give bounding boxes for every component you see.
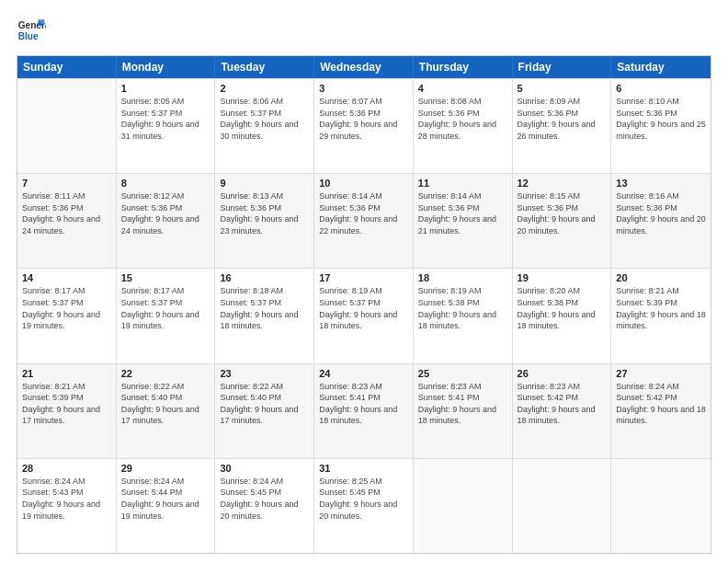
day-info: Sunrise: 8:19 AM Sunset: 5:38 PM Dayligh… [418, 285, 507, 331]
day-number: 13 [616, 178, 706, 189]
day-number: 3 [319, 83, 408, 94]
day-info: Sunrise: 8:16 AM Sunset: 5:36 PM Dayligh… [616, 190, 706, 236]
calendar-cell [17, 79, 117, 173]
day-info: Sunrise: 8:15 AM Sunset: 5:36 PM Dayligh… [518, 190, 607, 236]
day-info: Sunrise: 8:22 AM Sunset: 5:40 PM Dayligh… [220, 381, 309, 427]
day-number: 17 [319, 272, 408, 283]
day-info: Sunrise: 8:23 AM Sunset: 5:41 PM Dayligh… [418, 381, 507, 427]
calendar-cell: 22Sunrise: 8:22 AM Sunset: 5:40 PM Dayli… [117, 364, 216, 458]
calendar-cell: 26Sunrise: 8:23 AM Sunset: 5:42 PM Dayli… [513, 364, 612, 458]
calendar-cell: 13Sunrise: 8:16 AM Sunset: 5:36 PM Dayli… [611, 174, 711, 268]
calendar-cell: 17Sunrise: 8:19 AM Sunset: 5:37 PM Dayli… [314, 269, 414, 362]
calendar-cell: 4Sunrise: 8:08 AM Sunset: 5:36 PM Daylig… [414, 79, 513, 173]
day-info: Sunrise: 8:18 AM Sunset: 5:37 PM Dayligh… [220, 285, 309, 331]
calendar-cell: 18Sunrise: 8:19 AM Sunset: 5:38 PM Dayli… [414, 269, 513, 362]
calendar-cell: 2Sunrise: 8:06 AM Sunset: 5:37 PM Daylig… [215, 79, 314, 173]
day-info: Sunrise: 8:11 AM Sunset: 5:36 PM Dayligh… [22, 190, 111, 236]
day-number: 15 [121, 272, 210, 283]
day-info: Sunrise: 8:17 AM Sunset: 5:37 PM Dayligh… [22, 285, 111, 331]
day-number: 31 [319, 463, 408, 474]
day-number: 7 [22, 178, 111, 189]
day-info: Sunrise: 8:24 AM Sunset: 5:43 PM Dayligh… [22, 476, 111, 522]
day-number: 5 [518, 83, 607, 94]
day-info: Sunrise: 8:14 AM Sunset: 5:36 PM Dayligh… [319, 190, 408, 236]
day-number: 21 [22, 368, 111, 379]
day-info: Sunrise: 8:17 AM Sunset: 5:37 PM Dayligh… [121, 285, 210, 331]
calendar-cell: 27Sunrise: 8:24 AM Sunset: 5:42 PM Dayli… [611, 364, 711, 458]
calendar-cell [513, 459, 612, 553]
day-number: 6 [616, 83, 706, 94]
day-number: 23 [220, 368, 309, 379]
day-number: 12 [518, 178, 607, 189]
day-number: 24 [319, 368, 408, 379]
day-number: 9 [220, 178, 309, 189]
calendar-cell: 1Sunrise: 8:05 AM Sunset: 5:37 PM Daylig… [117, 79, 216, 173]
calendar-cell: 10Sunrise: 8:14 AM Sunset: 5:36 PM Dayli… [314, 174, 414, 268]
day-number: 16 [220, 272, 309, 283]
weekday-header: Friday [513, 56, 612, 78]
day-info: Sunrise: 8:24 AM Sunset: 5:42 PM Dayligh… [616, 381, 706, 427]
calendar-row: 28Sunrise: 8:24 AM Sunset: 5:43 PM Dayli… [17, 458, 711, 553]
day-number: 25 [418, 368, 507, 379]
weekday-header: Thursday [414, 56, 513, 78]
calendar-cell: 31Sunrise: 8:25 AM Sunset: 5:45 PM Dayli… [314, 459, 414, 553]
day-info: Sunrise: 8:21 AM Sunset: 5:39 PM Dayligh… [22, 381, 111, 427]
svg-text:Blue: Blue [18, 31, 39, 41]
calendar-cell: 30Sunrise: 8:24 AM Sunset: 5:45 PM Dayli… [215, 459, 314, 553]
day-info: Sunrise: 8:20 AM Sunset: 5:38 PM Dayligh… [518, 285, 607, 331]
logo: General Blue [17, 17, 46, 46]
calendar-row: 21Sunrise: 8:21 AM Sunset: 5:39 PM Dayli… [17, 363, 711, 458]
calendar-cell: 5Sunrise: 8:09 AM Sunset: 5:36 PM Daylig… [513, 79, 612, 173]
day-info: Sunrise: 8:06 AM Sunset: 5:37 PM Dayligh… [220, 96, 309, 142]
day-number: 19 [518, 272, 607, 283]
calendar-row: 14Sunrise: 8:17 AM Sunset: 5:37 PM Dayli… [17, 268, 711, 362]
weekday-header: Saturday [611, 56, 711, 78]
day-info: Sunrise: 8:05 AM Sunset: 5:37 PM Dayligh… [121, 96, 210, 142]
calendar-cell: 14Sunrise: 8:17 AM Sunset: 5:37 PM Dayli… [17, 269, 117, 362]
calendar-cell: 7Sunrise: 8:11 AM Sunset: 5:36 PM Daylig… [17, 174, 117, 268]
calendar-body: 1Sunrise: 8:05 AM Sunset: 5:37 PM Daylig… [17, 78, 711, 553]
day-number: 8 [121, 178, 210, 189]
day-number: 20 [616, 272, 706, 283]
day-info: Sunrise: 8:21 AM Sunset: 5:39 PM Dayligh… [616, 285, 706, 331]
calendar-cell: 9Sunrise: 8:13 AM Sunset: 5:36 PM Daylig… [215, 174, 314, 268]
day-number: 14 [22, 272, 111, 283]
day-info: Sunrise: 8:10 AM Sunset: 5:36 PM Dayligh… [616, 96, 706, 142]
day-number: 29 [121, 463, 210, 474]
day-info: Sunrise: 8:07 AM Sunset: 5:36 PM Dayligh… [319, 96, 408, 142]
day-info: Sunrise: 8:22 AM Sunset: 5:40 PM Dayligh… [121, 381, 210, 427]
header: General Blue [17, 17, 711, 46]
weekday-header: Monday [117, 56, 216, 78]
calendar-cell: 3Sunrise: 8:07 AM Sunset: 5:36 PM Daylig… [314, 79, 414, 173]
day-number: 26 [518, 368, 607, 379]
day-number: 11 [418, 178, 507, 189]
calendar-cell: 8Sunrise: 8:12 AM Sunset: 5:36 PM Daylig… [117, 174, 216, 268]
logo-icon: General Blue [17, 17, 46, 46]
calendar-cell: 21Sunrise: 8:21 AM Sunset: 5:39 PM Dayli… [17, 364, 117, 458]
page: General Blue SundayMondayTuesdayWednesda… [0, 0, 728, 563]
calendar-header: SundayMondayTuesdayWednesdayThursdayFrid… [17, 56, 711, 78]
weekday-header: Sunday [17, 56, 117, 78]
calendar-cell: 23Sunrise: 8:22 AM Sunset: 5:40 PM Dayli… [215, 364, 314, 458]
day-info: Sunrise: 8:08 AM Sunset: 5:36 PM Dayligh… [418, 96, 507, 142]
day-info: Sunrise: 8:12 AM Sunset: 5:36 PM Dayligh… [121, 190, 210, 236]
calendar-cell: 15Sunrise: 8:17 AM Sunset: 5:37 PM Dayli… [117, 269, 216, 362]
calendar-cell: 19Sunrise: 8:20 AM Sunset: 5:38 PM Dayli… [513, 269, 612, 362]
day-number: 22 [121, 368, 210, 379]
day-number: 1 [121, 83, 210, 94]
weekday-header: Tuesday [215, 56, 314, 78]
calendar-cell: 11Sunrise: 8:14 AM Sunset: 5:36 PM Dayli… [414, 174, 513, 268]
day-info: Sunrise: 8:23 AM Sunset: 5:41 PM Dayligh… [319, 381, 408, 427]
calendar-cell: 16Sunrise: 8:18 AM Sunset: 5:37 PM Dayli… [215, 269, 314, 362]
day-number: 4 [418, 83, 507, 94]
day-info: Sunrise: 8:14 AM Sunset: 5:36 PM Dayligh… [418, 190, 507, 236]
day-info: Sunrise: 8:23 AM Sunset: 5:42 PM Dayligh… [518, 381, 607, 427]
calendar-cell: 24Sunrise: 8:23 AM Sunset: 5:41 PM Dayli… [314, 364, 414, 458]
calendar-cell: 20Sunrise: 8:21 AM Sunset: 5:39 PM Dayli… [611, 269, 711, 362]
day-info: Sunrise: 8:24 AM Sunset: 5:45 PM Dayligh… [220, 476, 309, 522]
day-number: 27 [616, 368, 706, 379]
calendar-cell: 6Sunrise: 8:10 AM Sunset: 5:36 PM Daylig… [611, 79, 711, 173]
day-info: Sunrise: 8:13 AM Sunset: 5:36 PM Dayligh… [220, 190, 309, 236]
calendar-cell: 25Sunrise: 8:23 AM Sunset: 5:41 PM Dayli… [414, 364, 513, 458]
calendar-cell: 12Sunrise: 8:15 AM Sunset: 5:36 PM Dayli… [513, 174, 612, 268]
